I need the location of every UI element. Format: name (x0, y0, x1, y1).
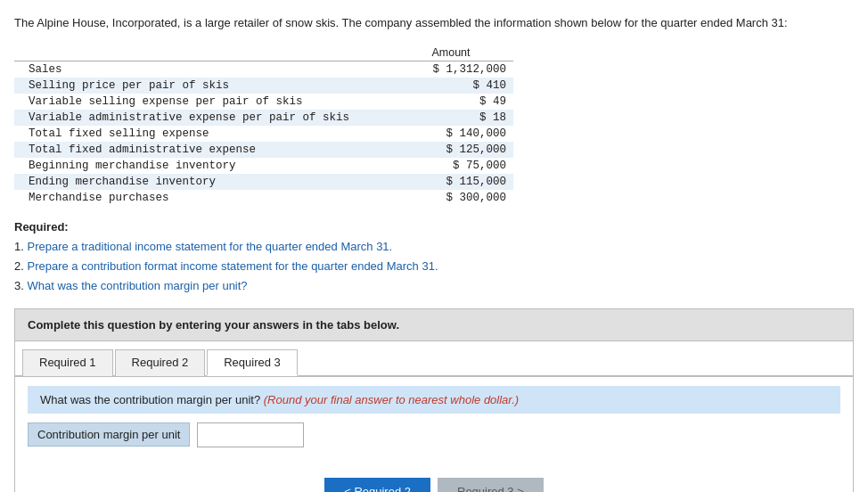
table-row-amount: $ 140,000 (389, 126, 513, 142)
question-text: What was the contribution margin per uni… (40, 393, 260, 406)
table-row-label: Merchandise purchases (14, 190, 389, 206)
intro-text: The Alpine House, Incorporated, is a lar… (14, 14, 854, 32)
table-row-amount: $ 18 (389, 110, 513, 126)
table-row-label: Variable selling expense per pair of ski… (14, 94, 389, 110)
table-row-label: Ending merchandise inventory (14, 174, 389, 190)
required-title: Required: (14, 220, 854, 234)
required-item: 3. What was the contribution margin per … (14, 276, 854, 296)
required-item: 1. Prepare a traditional income statemen… (14, 237, 854, 257)
table-row-amount: $ 300,000 (389, 190, 513, 206)
tab-required-3[interactable]: Required 3 (207, 349, 298, 376)
data-table: Amount Sales$ 1,312,000Selling price per… (14, 45, 513, 206)
nav-buttons: < Required 2 Required 3 > (15, 471, 853, 492)
table-row-amount: $ 125,000 (389, 142, 513, 158)
prev-button[interactable]: < Required 2 (324, 478, 430, 492)
table-label-header (14, 45, 389, 62)
required-list: 1. Prepare a traditional income statemen… (14, 237, 854, 296)
question-highlight: (Round your final answer to nearest whol… (260, 393, 519, 406)
table-row-label: Beginning merchandise inventory (14, 158, 389, 174)
table-row-amount: $ 115,000 (389, 174, 513, 190)
table-row-label: Sales (14, 61, 389, 78)
next-button[interactable]: Required 3 > (438, 478, 544, 492)
table-row-label: Total fixed administrative expense (14, 142, 389, 158)
contribution-margin-input[interactable] (197, 422, 304, 447)
table-amount-header: Amount (389, 45, 513, 62)
complete-instruction: Complete this question by entering your … (14, 308, 854, 341)
tab-content: What was the contribution margin per uni… (15, 377, 853, 471)
required-section: Required: 1. Prepare a traditional incom… (14, 220, 854, 296)
question-row: What was the contribution margin per uni… (28, 386, 840, 414)
table-row-label: Variable administrative expense per pair… (14, 110, 389, 126)
table-row-amount: $ 1,312,000 (389, 61, 513, 78)
table-row-amount: $ 49 (389, 94, 513, 110)
table-row-amount: $ 410 (389, 78, 513, 94)
table-row-label: Selling price per pair of skis (14, 78, 389, 94)
tab-required-2[interactable]: Required 2 (115, 349, 206, 376)
required-item: 2. Prepare a contribution format income … (14, 257, 854, 276)
tabs-container: Required 1Required 2Required 3 What was … (14, 341, 854, 492)
tabs-row: Required 1Required 2Required 3 (15, 341, 853, 377)
answer-label: Contribution margin per unit (28, 422, 190, 447)
answer-row: Contribution margin per unit (28, 422, 840, 447)
table-row-amount: $ 75,000 (389, 158, 513, 174)
tab-required-1[interactable]: Required 1 (22, 349, 113, 376)
table-row-label: Total fixed selling expense (14, 126, 389, 142)
